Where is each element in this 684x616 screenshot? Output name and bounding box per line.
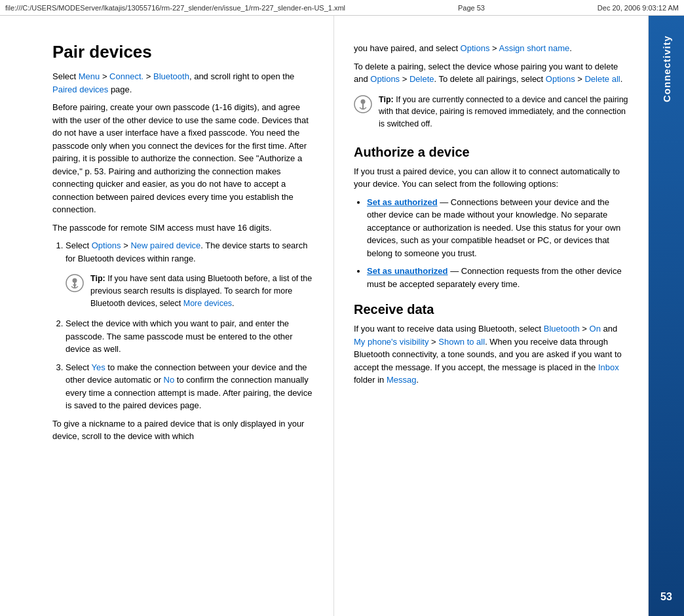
more-devices-link[interactable]: More devices bbox=[183, 299, 232, 308]
page-label: Page 53 bbox=[458, 4, 485, 12]
step2: Select the device with which you want to… bbox=[66, 317, 314, 356]
bluetooth-left-link[interactable]: Bluetooth bbox=[153, 71, 189, 81]
top-bar: file:///C:/USERS/MODEServer/lkatajis/130… bbox=[0, 0, 684, 16]
para-cont: you have paired, and select Options > As… bbox=[354, 42, 628, 55]
options-delete-link[interactable]: Options bbox=[370, 74, 400, 84]
no-link[interactable]: No bbox=[164, 375, 175, 385]
set-authorized-link[interactable]: Set as authorized bbox=[367, 197, 438, 207]
options-new-link[interactable]: Options bbox=[92, 241, 121, 250]
delete-link[interactable]: Delete bbox=[409, 74, 434, 84]
receive-para: If you want to receive data using Blueto… bbox=[354, 322, 628, 387]
tip-icon-2 bbox=[354, 95, 373, 115]
bullet1: Set as authorized — Connections between … bbox=[367, 196, 628, 260]
tip-box-2: Tip: If you are currently connected to a… bbox=[354, 91, 628, 133]
svg-point-1 bbox=[73, 279, 77, 283]
paired-devices-link[interactable]: Paired devices bbox=[52, 85, 108, 94]
assign-short-link[interactable]: Assign short name bbox=[499, 43, 570, 53]
receive-data-title: Receive data bbox=[354, 302, 628, 317]
delete-all-link[interactable]: Delete all bbox=[584, 74, 620, 84]
set-unauthorized-link[interactable]: Set as unauthorized bbox=[367, 266, 448, 276]
para3: The passcode for remote SIM access must … bbox=[52, 221, 314, 235]
sidebar-label: Connectivity bbox=[661, 35, 672, 102]
messag-link[interactable]: Messag bbox=[387, 375, 417, 385]
para-delete: To delete a pairing, select the device w… bbox=[354, 60, 628, 86]
inbox-link[interactable]: Inbox bbox=[598, 362, 619, 372]
sidebar-page-number: 53 bbox=[660, 591, 672, 603]
step3: Select Yes to make the connection betwee… bbox=[66, 361, 314, 412]
tip-text-2: Tip: If you are currently connected to a… bbox=[379, 94, 628, 130]
options-delete-all-link[interactable]: Options bbox=[546, 74, 575, 84]
shown-to-link[interactable]: Shown to all bbox=[438, 337, 485, 347]
steps-list: Select Options > New paired device. The … bbox=[66, 239, 314, 412]
tip-icon-1 bbox=[66, 274, 85, 294]
on-link[interactable]: On bbox=[590, 324, 601, 334]
my-phones-link[interactable]: My phone's visibility bbox=[354, 337, 428, 347]
content-left: Pair devices Select Menu > Connect. > Bl… bbox=[0, 16, 334, 616]
step1: Select Options > New paired device. The … bbox=[66, 239, 314, 312]
date-time: Dec 20, 2006 9:03:12 AM bbox=[598, 4, 679, 12]
authorize-options: Set as authorized — Connections between … bbox=[367, 196, 628, 291]
tip-text-1: Tip: If you have sent data using Bluetoo… bbox=[90, 273, 314, 309]
content-right: you have paired, and select Options > As… bbox=[334, 16, 649, 616]
authorize-title: Authorize a device bbox=[354, 145, 628, 160]
sidebar-right: Connectivity 53 bbox=[649, 16, 684, 616]
bullet2: Set as unauthorized — Connection request… bbox=[367, 265, 628, 290]
file-path: file:///C:/USERS/MODEServer/lkatajis/130… bbox=[5, 4, 345, 12]
page-wrapper: Pair devices Select Menu > Connect. > Bl… bbox=[0, 16, 684, 616]
para2: Before pairing, create your own passcode… bbox=[52, 101, 314, 216]
bluetooth-right-link[interactable]: Bluetooth bbox=[544, 324, 580, 334]
new-paired-link[interactable]: New paired device bbox=[130, 241, 200, 250]
yes-link[interactable]: Yes bbox=[92, 362, 105, 372]
pair-devices-title: Pair devices bbox=[52, 42, 314, 62]
options-assign-link[interactable]: Options bbox=[461, 43, 490, 53]
para1: Select Menu > Connect. > Bluetooth, and … bbox=[52, 70, 314, 96]
menu-link[interactable]: Menu bbox=[79, 71, 100, 81]
authorize-para: If you trust a paired device, you can al… bbox=[354, 165, 628, 191]
connect-link[interactable]: Connect. bbox=[109, 71, 143, 81]
svg-point-4 bbox=[361, 99, 366, 104]
para4: To give a nickname to a paired device th… bbox=[52, 417, 314, 443]
tip-box-1: Tip: If you have sent data using Bluetoo… bbox=[66, 270, 314, 312]
